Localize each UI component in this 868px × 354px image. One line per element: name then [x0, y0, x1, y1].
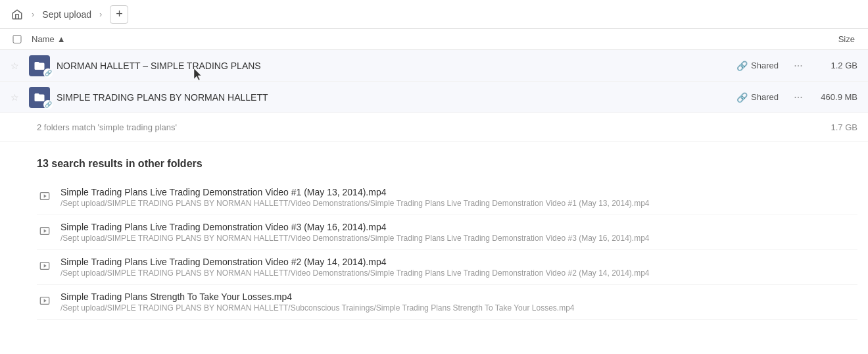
- other-folders-title: 13 search results in other folders: [37, 158, 857, 170]
- link-icon-1: 🔗: [736, 61, 748, 71]
- search-result-row-1[interactable]: Simple Trading Plans Live Trading Demons…: [37, 180, 857, 215]
- top-nav: › Sept upload › +: [0, 0, 868, 29]
- result-content-1: Simple Trading Plans Live Trading Demons…: [60, 187, 857, 208]
- result-path-3: /Sept upload/SIMPLE TRADING PLANS BY NOR…: [60, 268, 857, 278]
- folder-icon-1: 🔗: [29, 55, 50, 76]
- select-all-checkbox[interactable]: [11, 35, 24, 43]
- summary-text: 2 folders match 'simple trading plans': [37, 122, 831, 132]
- more-button-1[interactable]: ···: [789, 57, 808, 75]
- result-content-2: Simple Trading Plans Live Trading Demons…: [60, 222, 857, 243]
- more-button-2[interactable]: ···: [789, 88, 808, 107]
- link-badge-2: 🔗: [43, 100, 53, 109]
- shared-badge-1: 🔗 Shared: [736, 61, 779, 71]
- search-result-row-4[interactable]: Simple Trading Plans Strength To Take Yo…: [37, 285, 857, 320]
- svg-marker-3: [44, 229, 47, 232]
- shared-badge-2: 🔗 Shared: [736, 92, 779, 103]
- folder-name-2: SIMPLE TRADING PLANS BY NORMAN HALLETT: [57, 92, 736, 103]
- svg-marker-1: [44, 194, 47, 197]
- result-content-3: Simple Trading Plans Live Trading Demons…: [60, 257, 857, 278]
- folder-row-1[interactable]: ☆ 🔗 NORMAN HALLETT – SIMPLE TRADING PLAN…: [0, 50, 868, 82]
- folder-name-1: NORMAN HALLETT – SIMPLE TRADING PLANS: [57, 61, 736, 71]
- name-column-header[interactable]: Name ▲: [32, 34, 66, 44]
- add-button[interactable]: +: [110, 5, 128, 24]
- result-filename-4: Simple Trading Plans Strength To Take Yo…: [60, 291, 857, 302]
- search-result-row-2[interactable]: Simple Trading Plans Live Trading Demons…: [37, 215, 857, 250]
- search-result-row-3[interactable]: Simple Trading Plans Live Trading Demons…: [37, 250, 857, 285]
- column-header: Name ▲ Size: [0, 29, 868, 50]
- summary-size: 1.7 GB: [831, 122, 857, 132]
- star-icon-2[interactable]: ☆: [11, 92, 24, 103]
- folder-size-2: 460.9 MB: [818, 92, 857, 102]
- folder-row-2[interactable]: ☆ 🔗 SIMPLE TRADING PLANS BY NORMAN HALLE…: [0, 82, 868, 113]
- result-path-4: /Sept upload/SIMPLE TRADING PLANS BY NOR…: [60, 303, 857, 313]
- size-column-header: Size: [838, 34, 857, 44]
- link-icon-2: 🔗: [736, 92, 748, 103]
- result-path-1: /Sept upload/SIMPLE TRADING PLANS BY NOR…: [60, 199, 857, 208]
- breadcrumb-chevron: ›: [32, 9, 34, 19]
- folder-icon-2: 🔗: [29, 87, 50, 108]
- summary-row: 2 folders match 'simple trading plans' 1…: [0, 113, 868, 142]
- svg-marker-5: [44, 264, 47, 267]
- other-folders-section: 13 search results in other folders Simpl…: [0, 142, 868, 328]
- result-filename-1: Simple Trading Plans Live Trading Demons…: [60, 187, 857, 197]
- result-filename-3: Simple Trading Plans Live Trading Demons…: [60, 257, 857, 267]
- video-icon-2: [37, 223, 53, 239]
- result-content-4: Simple Trading Plans Strength To Take Yo…: [60, 291, 857, 313]
- video-icon-1: [37, 188, 53, 204]
- result-path-2: /Sept upload/SIMPLE TRADING PLANS BY NOR…: [60, 234, 857, 243]
- result-filename-2: Simple Trading Plans Live Trading Demons…: [60, 222, 857, 232]
- video-icon-3: [37, 258, 53, 274]
- folder-size-1: 1.2 GB: [818, 61, 857, 70]
- breadcrumb-chevron-2: ›: [99, 9, 102, 19]
- breadcrumb-sept-upload[interactable]: Sept upload: [37, 7, 97, 22]
- home-icon[interactable]: [8, 5, 26, 24]
- svg-marker-7: [44, 299, 47, 302]
- link-badge-1: 🔗: [43, 68, 53, 78]
- star-icon-1[interactable]: ☆: [11, 61, 24, 71]
- video-icon-4: [37, 293, 53, 309]
